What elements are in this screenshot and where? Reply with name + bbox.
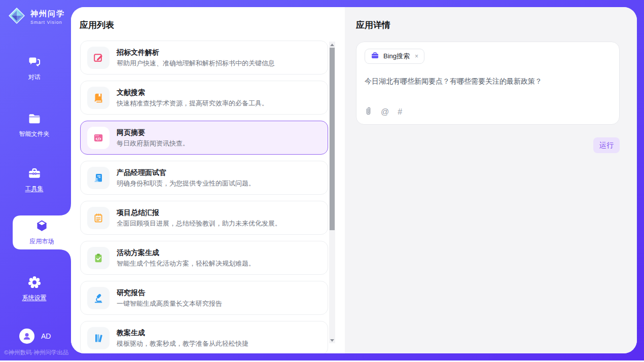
list-scrollbar[interactable]: [329, 42, 335, 343]
user-initials: AD: [41, 332, 51, 340]
app-card-project-summary[interactable]: 项目总结汇报 全面回顾项目进展，总结经验教训，助力未来优化发展。: [80, 201, 328, 235]
sidebar-item-settings[interactable]: 系统设置: [0, 275, 68, 301]
app-card-desc: 全面回顾项目进展，总结经验教训，助力未来优化发展。: [117, 220, 281, 228]
app-card-title: 活动方案生成: [117, 248, 255, 257]
books-icon: [87, 327, 110, 349]
app-card-title: 招标文件解析: [117, 48, 275, 57]
app-card-title: 网页摘要: [117, 128, 189, 137]
sidebar-item-chat[interactable]: 对话: [0, 55, 68, 80]
sidebar-item-label: 智能文件夹: [19, 131, 50, 137]
chat-icon: [27, 55, 42, 70]
cube-icon: [35, 219, 49, 234]
scroll-up-icon[interactable]: [329, 42, 335, 48]
brand-tagline: Smart Vision: [30, 20, 65, 25]
brand-name: 神州问学: [30, 9, 65, 19]
avatar: [19, 329, 34, 344]
sidebar-item-label: 应用市场: [30, 237, 54, 246]
app-detail-title: 应用详情: [356, 19, 390, 31]
app-card-desc: 帮助用户快速、准确地理解和解析招标书中的关键信息: [117, 59, 275, 67]
notepad-icon: [87, 207, 110, 229]
diamond-logo-icon: [7, 6, 26, 27]
interview-doc-icon: [87, 167, 110, 189]
sidebar-item-label: 系统设置: [22, 295, 47, 301]
main-panel: 应用列表 招标文件解析 帮助用户快速、准确地理解和解析招标书中的关键信息: [71, 7, 637, 353]
sidebar: 神州问学 Smart Vision 对话 智能文件夹: [0, 0, 71, 360]
app-card-lesson-plan[interactable]: 教案生成 模板驱动，教案秒成，教学准备从此轻松快捷: [80, 321, 328, 353]
app-card-desc: 明确身份和职责，为您提供专业性的面试问题。: [117, 179, 255, 188]
run-button[interactable]: 运行: [593, 137, 620, 153]
bid-document-icon: [87, 47, 110, 69]
sidebar-item-toolset[interactable]: 工具集: [0, 166, 68, 192]
app-card-bid-parse[interactable]: 招标文件解析 帮助用户快速、准确地理解和解析招标书中的关键信息: [80, 41, 328, 75]
tool-tag-bing-search[interactable]: Bing搜索 ×: [365, 49, 424, 64]
app-card-title: 教案生成: [117, 329, 248, 337]
gear-icon: [27, 275, 42, 291]
briefcase-icon: [371, 51, 379, 61]
sidebar-item-app-market[interactable]: 应用市场: [13, 215, 71, 249]
prompt-editor[interactable]: Bing搜索 × 今日湖北有哪些新闻要点？有哪些需要关注的最新政策？ @ #: [356, 42, 620, 125]
brand-logo: 神州问学 Smart Vision: [7, 6, 65, 27]
tool-tag-label: Bing搜索: [383, 52, 410, 61]
scrollbar-thumb[interactable]: [330, 48, 335, 230]
scroll-down-icon[interactable]: [329, 337, 335, 343]
sidebar-item-smart-folder[interactable]: 智能文件夹: [0, 112, 68, 137]
app-card-title: 项目总结汇报: [117, 208, 281, 217]
book-icon: [87, 87, 110, 109]
app-list-section: 应用列表 招标文件解析 帮助用户快速、准确地理解和解析招标书中的关键信息: [71, 7, 345, 353]
microscope-icon: [87, 287, 110, 309]
folder-icon: [27, 112, 42, 127]
app-card-desc: 每日政府新闻资讯快查。: [117, 139, 189, 148]
user-account[interactable]: AD: [19, 329, 51, 344]
prompt-text[interactable]: 今日湖北有哪些新闻要点？有哪些需要关注的最新政策？: [365, 77, 608, 86]
app-card-desc: 快速精准查找学术资源，提高研究效率的必备工具。: [117, 99, 268, 107]
app-card-title: 文献搜索: [117, 88, 268, 97]
paperclip-icon[interactable]: [365, 106, 372, 118]
app-card-list: 招标文件解析 帮助用户快速、准确地理解和解析招标书中的关键信息 文献搜索 快速精…: [80, 41, 328, 353]
copyright-text: ©神州数码·神州问学出品: [4, 349, 71, 356]
app-detail-section: 应用详情 Bing搜索 × 今日湖北有哪些新闻要点？有哪些需要关注的最新政策？: [345, 7, 637, 353]
app-card-literature-search[interactable]: 文献搜索 快速精准查找学术资源，提高研究效率的必备工具。: [80, 81, 328, 115]
app-card-title: 产品经理面试官: [117, 168, 255, 177]
sidebar-item-label: 工具集: [25, 186, 44, 192]
close-icon[interactable]: ×: [414, 53, 418, 60]
app-card-title: 研究报告: [117, 288, 222, 297]
app-card-desc: 一键智能生成高质量长文本研究报告: [117, 300, 222, 308]
attachment-toolbar: @ #: [365, 106, 402, 118]
app-card-web-summary[interactable]: 网页摘要 每日政府新闻资讯快查。: [80, 121, 328, 155]
app-card-desc: 智能生成个性化活动方案，轻松解决规划难题。: [117, 260, 255, 268]
web-code-icon: [87, 127, 110, 149]
hash-icon[interactable]: #: [398, 108, 402, 116]
app-card-research-report[interactable]: 研究报告 一键智能生成高质量长文本研究报告: [80, 281, 328, 315]
sidebar-item-label: 对话: [28, 74, 41, 80]
clipboard-check-icon: [87, 247, 110, 269]
app-card-desc: 模板驱动，教案秒成，教学准备从此轻松快捷: [117, 340, 248, 348]
app-card-activity-plan[interactable]: 活动方案生成 智能生成个性化活动方案，轻松解决规划难题。: [80, 241, 328, 275]
app-card-pm-interviewer[interactable]: 产品经理面试官 明确身份和职责，为您提供专业性的面试问题。: [80, 161, 328, 195]
at-icon[interactable]: @: [381, 108, 389, 116]
app-list-title: 应用列表: [80, 19, 114, 31]
toolbox-icon: [27, 166, 42, 182]
